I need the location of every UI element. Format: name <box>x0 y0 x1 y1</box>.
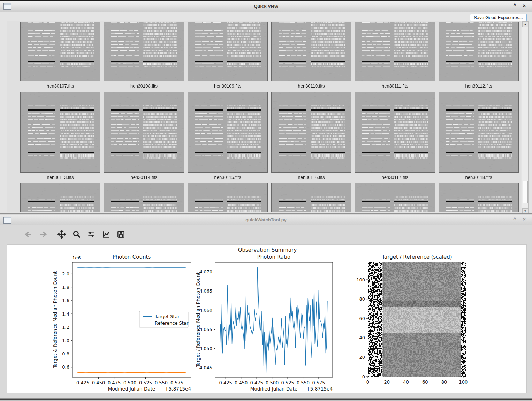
home-button[interactable] <box>8 229 19 241</box>
svg-text:0.550: 0.550 <box>155 380 168 385</box>
svg-text:0.525: 0.525 <box>281 380 294 385</box>
fits-thumbnail[interactable] <box>439 22 519 81</box>
fits-thumbnail[interactable] <box>271 22 351 81</box>
svg-text:0.450: 0.450 <box>235 380 248 385</box>
svg-text:Target / Reference (scaled): Target / Reference (scaled) <box>381 254 452 260</box>
fits-thumbnail[interactable] <box>104 183 184 212</box>
fits-filename-label: hen30114.fits <box>104 172 184 183</box>
plot-window-titlebar[interactable]: quickWatchTool.py ^ × <box>0 215 532 225</box>
fits-thumbnail[interactable] <box>20 92 100 173</box>
svg-text:1.4: 1.4 <box>62 311 69 317</box>
svg-text:0.525: 0.525 <box>139 380 152 385</box>
fits-thumbnail[interactable] <box>20 22 100 81</box>
matplotlib-toolbar <box>0 226 532 241</box>
svg-text:1.2: 1.2 <box>62 325 69 330</box>
fits-filename-label: hen30117.fits <box>355 172 435 183</box>
fits-thumbnail[interactable] <box>104 92 184 173</box>
fits-filename-label: hen30110.fits <box>271 81 351 92</box>
svg-text:0.500: 0.500 <box>123 380 136 385</box>
svg-text:0.550: 0.550 <box>297 380 310 385</box>
thumbnail-grid-area: hen30107.fitshen30108.fitshen30109.fitsh… <box>7 21 521 212</box>
svg-text:80: 80 <box>359 296 365 302</box>
svg-text:60: 60 <box>359 316 365 321</box>
fits-filename-label: hen30108.fits <box>104 81 184 92</box>
svg-text:0.425: 0.425 <box>76 380 89 385</box>
fits-thumbnail[interactable] <box>188 92 268 173</box>
scrollbar-thumb[interactable] <box>523 181 528 203</box>
figure-canvas[interactable]: Observation SummaryPhoton Counts0.4250.4… <box>7 244 527 393</box>
svg-text:Modified Julian Date: Modified Julian Date <box>108 386 155 392</box>
close-icon[interactable]: × <box>521 2 528 8</box>
svg-text:Target / Reference Median Phot: Target / Reference Median Photon Count <box>195 272 201 368</box>
svg-text:0.425: 0.425 <box>219 380 232 385</box>
forward-button[interactable] <box>38 229 49 241</box>
subplots-button[interactable] <box>86 229 97 241</box>
fits-thumbnail[interactable] <box>271 183 351 212</box>
back-button[interactable] <box>23 229 34 241</box>
fits-thumbnail[interactable] <box>271 92 351 173</box>
svg-text:100: 100 <box>459 379 468 385</box>
svg-text:+5.8715e4: +5.8715e4 <box>165 386 191 392</box>
quick-view-body: Save Good Exposures... hen30107.fitshen3… <box>0 12 532 216</box>
svg-text:0.575: 0.575 <box>312 380 325 385</box>
quick-view-window: Quick View ^ × Save Good Exposures... he… <box>0 0 532 216</box>
fits-thumbnail[interactable] <box>439 183 519 212</box>
svg-text:1e6: 1e6 <box>72 255 81 260</box>
svg-text:0.8: 0.8 <box>62 351 69 356</box>
svg-text:20: 20 <box>359 355 365 360</box>
svg-text:Target Star: Target Star <box>154 314 180 319</box>
svg-text:80: 80 <box>441 379 447 385</box>
zoom-button[interactable] <box>71 229 82 241</box>
fits-thumbnail[interactable] <box>355 22 435 81</box>
svg-text:20: 20 <box>384 379 390 385</box>
svg-text:0.450: 0.450 <box>92 380 105 385</box>
svg-text:1.6: 1.6 <box>62 298 69 303</box>
pan-button[interactable] <box>56 229 67 241</box>
svg-text:1.0: 1.0 <box>62 338 69 343</box>
svg-text:4.055: 4.055 <box>199 327 212 332</box>
vertical-scrollbar[interactable]: ▲ ▼ <box>522 21 529 214</box>
fits-thumbnail[interactable] <box>355 92 435 173</box>
plot-edit-button[interactable] <box>101 229 112 241</box>
close-icon[interactable]: × <box>521 216 528 222</box>
taskbar <box>0 399 532 401</box>
quick-view-titlebar[interactable]: Quick View ^ × <box>0 1 532 12</box>
fits-thumbnail[interactable] <box>188 22 268 81</box>
scroll-up-icon[interactable]: ▲ <box>522 21 528 27</box>
svg-text:0.475: 0.475 <box>108 380 121 385</box>
fits-filename-label: hen30115.fits <box>188 172 268 183</box>
thumbnail-grid: hen30107.fitshen30108.fitshen30109.fitsh… <box>20 22 519 212</box>
svg-text:0: 0 <box>362 374 365 379</box>
fits-thumbnail[interactable] <box>188 183 268 212</box>
svg-text:2.0: 2.0 <box>62 271 69 277</box>
fits-filename-label: hen30118.fits <box>439 172 519 183</box>
svg-text:0.575: 0.575 <box>170 380 183 385</box>
fits-filename-label: hen30113.fits <box>20 172 100 183</box>
svg-text:1.8: 1.8 <box>62 285 69 290</box>
svg-text:Photon Counts: Photon Counts <box>113 254 151 260</box>
save-good-exposures-button[interactable]: Save Good Exposures... <box>470 14 527 21</box>
svg-text:100: 100 <box>356 277 365 282</box>
svg-text:Modified Julian Date: Modified Julian Date <box>250 386 297 392</box>
fits-thumbnail[interactable] <box>20 183 100 212</box>
save-button[interactable] <box>115 229 127 241</box>
svg-text:60: 60 <box>422 379 428 385</box>
minimize-icon[interactable]: ^ <box>511 216 519 222</box>
svg-text:0.500: 0.500 <box>266 380 279 385</box>
fits-thumbnail[interactable] <box>439 92 519 173</box>
fits-filename-label: hen30116.fits <box>271 172 351 183</box>
plot-window-title: quickWatchTool.py <box>0 217 532 222</box>
svg-text:Observation Summary: Observation Summary <box>238 247 297 253</box>
svg-text:40: 40 <box>403 379 409 385</box>
plot-tool-window: quickWatchTool.py ^ × Observation Summar… <box>0 213 532 399</box>
fits-filename-label: hen30109.fits <box>188 81 268 92</box>
minimize-icon[interactable]: ^ <box>511 2 519 8</box>
fits-filename-label: hen30111.fits <box>355 81 435 92</box>
svg-text:4.070: 4.070 <box>199 269 212 274</box>
svg-text:4.045: 4.045 <box>199 365 212 370</box>
svg-text:Reference Star: Reference Star <box>155 320 189 326</box>
svg-text:0: 0 <box>366 379 369 385</box>
svg-text:0.475: 0.475 <box>250 380 263 385</box>
fits-thumbnail[interactable] <box>355 183 435 212</box>
fits-thumbnail[interactable] <box>104 22 184 81</box>
